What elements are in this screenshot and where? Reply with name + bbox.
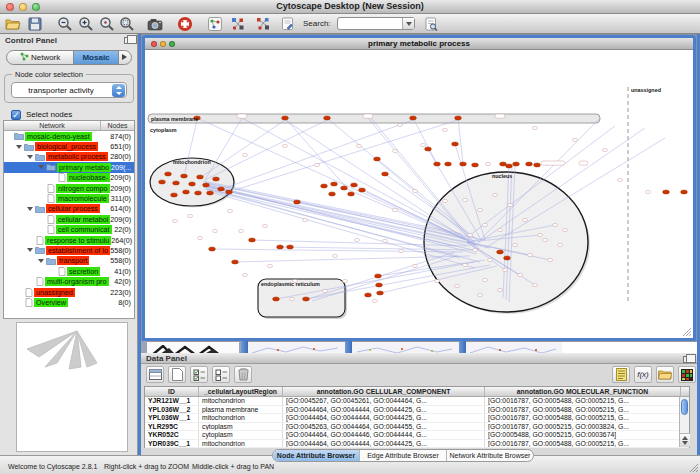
network-node[interactable]: [477, 208, 482, 211]
network-node-selected[interactable]: [159, 180, 166, 184]
network-node-selected[interactable]: [321, 184, 328, 188]
scrollbar-thumb[interactable]: [681, 399, 688, 415]
network-node[interactable]: [412, 189, 417, 192]
network-node[interactable]: [314, 163, 319, 166]
network-node[interactable]: [392, 149, 397, 152]
nucleus-compartment[interactable]: [424, 172, 588, 312]
attribute-table-header[interactable]: ID_cellularLayoutRegionannotation.GO CEL…: [145, 387, 689, 397]
network-node-label[interactable]: [495, 114, 505, 118]
close-icon[interactable]: [151, 41, 157, 47]
background-window-edge[interactable]: [459, 341, 466, 353]
tab-edge-attribute-browser[interactable]: Edge Attribute Browser: [360, 450, 447, 461]
network-node[interactable]: [212, 229, 217, 232]
network-node-selected[interactable]: [374, 157, 381, 161]
network-node-selected[interactable]: [377, 291, 384, 295]
network-node[interactable]: [302, 218, 307, 221]
network-node[interactable]: [420, 143, 425, 146]
network-node[interactable]: [522, 218, 527, 221]
network-node[interactable]: [282, 144, 287, 147]
network-node[interactable]: [492, 193, 497, 196]
network-node-selected[interactable]: [203, 183, 210, 187]
network-node-selected[interactable]: [209, 247, 216, 251]
network-node[interactable]: [497, 228, 502, 231]
tree-row[interactable]: primary metabo209(...: [4, 162, 134, 172]
network-node-selected[interactable]: [329, 192, 336, 196]
network-node-selected[interactable]: [287, 245, 294, 249]
network-node-selected[interactable]: [348, 192, 355, 196]
node-color-dropdown[interactable]: transporter activity: [11, 82, 127, 98]
network-node-selected[interactable]: [189, 182, 196, 186]
network-node[interactable]: [372, 299, 377, 302]
network-node-selected[interactable]: [500, 162, 507, 166]
maximize-icon[interactable]: [169, 41, 175, 47]
network-node[interactable]: [267, 264, 272, 267]
network-node-selected[interactable]: [273, 297, 280, 301]
network-node[interactable]: [354, 238, 359, 241]
expand-arrow-icon[interactable]: [38, 259, 44, 263]
select-nodes-checkbox[interactable]: ✓: [11, 110, 21, 120]
network-canvas-area[interactable]: plasma membrane cytoplasm mitochondrion …: [145, 50, 693, 338]
network-node[interactable]: [467, 233, 472, 236]
tree-row[interactable]: nitrogen compo209(0): [4, 183, 134, 193]
network-node[interactable]: [507, 203, 512, 206]
network-node[interactable]: [398, 249, 403, 252]
network-node-selected[interactable]: [341, 186, 348, 190]
expand-arrow-icon[interactable]: [38, 165, 44, 169]
network-node-selected[interactable]: [445, 162, 452, 166]
network-node-selected[interactable]: [526, 162, 533, 166]
network-node-selected[interactable]: [663, 190, 670, 194]
network-node-selected[interactable]: [455, 116, 462, 120]
network-node-selected[interactable]: [303, 297, 310, 301]
network-node-selected[interactable]: [195, 191, 202, 195]
network-node-selected[interactable]: [213, 177, 220, 181]
network-node[interactable]: [197, 236, 202, 239]
background-window-1[interactable]: [248, 341, 345, 353]
network-node[interactable]: [557, 243, 562, 246]
network-canvas[interactable]: plasma membrane cytoplasm mitochondrion …: [145, 50, 693, 338]
zoom-in-icon[interactable]: [78, 16, 94, 32]
network-node-selected[interactable]: [359, 188, 366, 192]
network-node[interactable]: [547, 258, 552, 261]
app-resize-grip[interactable]: [689, 463, 699, 473]
select-all-attributes-icon[interactable]: [190, 366, 208, 383]
table-scrollbar[interactable]: [679, 397, 689, 447]
function-builder-icon[interactable]: f(x): [634, 366, 652, 383]
expand-arrow-icon[interactable]: [27, 248, 33, 252]
network-window-titlebar[interactable]: primary metabolic process: [145, 38, 693, 50]
layout-network-a-icon[interactable]: [230, 16, 246, 32]
scrollbar-arrows[interactable]: [680, 433, 690, 447]
network-node-selected[interactable]: [181, 174, 188, 178]
network-node-label[interactable]: [579, 161, 588, 165]
minimize-icon[interactable]: [160, 41, 166, 47]
network-node[interactable]: [242, 273, 247, 276]
network-node-selected[interactable]: [365, 293, 372, 297]
table-row[interactable]: YPL036W__1mitochondrion[GO:0044464, GO:0…: [145, 414, 689, 423]
network-node-selected[interactable]: [331, 182, 338, 186]
network-node-selected[interactable]: [282, 116, 289, 120]
network-node-selected[interactable]: [324, 116, 331, 120]
network-node[interactable]: [262, 224, 267, 227]
network-node[interactable]: [472, 248, 477, 251]
tree-row[interactable]: unassigned223(0): [4, 287, 134, 297]
tab-network[interactable]: Network: [7, 51, 73, 64]
network-node[interactable]: [462, 198, 467, 201]
network-node[interactable]: [517, 273, 522, 276]
attribute-list-icon[interactable]: [612, 366, 630, 383]
network-node[interactable]: [532, 126, 537, 129]
tree-row[interactable]: macromolecule311(0): [4, 193, 134, 203]
attribute-matrix-icon[interactable]: [678, 366, 696, 383]
network-node-selected[interactable]: [351, 183, 358, 187]
column-header[interactable]: annotation.GO MOLECULAR_FUNCTION: [485, 387, 681, 396]
network-node-selected[interactable]: [226, 190, 233, 194]
network-node[interactable]: [289, 297, 294, 300]
network-node[interactable]: [227, 209, 232, 212]
network-node-selected[interactable]: [452, 142, 459, 146]
network-node[interactable]: [497, 288, 502, 291]
tree-row[interactable]: metabolic process280(0): [4, 152, 134, 162]
table-row[interactable]: YLR295Ccytoplasm[GO:0045263, GO:0044464,…: [145, 423, 689, 432]
network-node[interactable]: [397, 123, 402, 126]
delete-attribute-icon[interactable]: [234, 366, 252, 383]
network-node-selected[interactable]: [183, 190, 190, 194]
network-node[interactable]: [645, 190, 650, 193]
tree-row[interactable]: cell communicat22(0): [4, 225, 134, 235]
